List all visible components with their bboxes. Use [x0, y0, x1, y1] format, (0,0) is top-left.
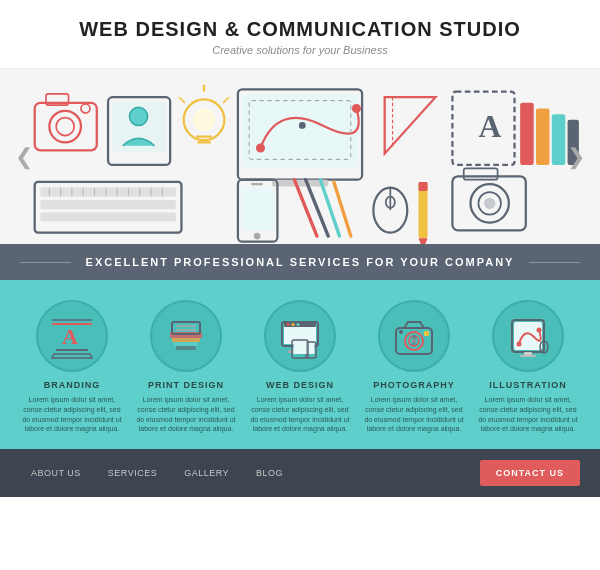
- svg-point-4: [81, 104, 90, 113]
- svg-rect-95: [524, 352, 532, 355]
- branding-icon: A: [48, 312, 96, 360]
- tagline-text: EXCELLENT PROFESSIONAL SERVICES FOR YOUR…: [86, 256, 515, 268]
- svg-point-15: [256, 144, 265, 153]
- svg-point-91: [399, 330, 403, 334]
- svg-rect-36: [40, 212, 175, 221]
- svg-rect-90: [424, 331, 429, 336]
- hero-illustration: A: [0, 69, 600, 244]
- tagline-banner: EXCELLENT PROFESSIONAL SERVICES FOR YOUR…: [0, 244, 600, 280]
- illustration-title: ILLUSTRATION: [489, 380, 566, 390]
- slider-next-button[interactable]: ❯: [557, 134, 595, 180]
- photography-icon: [390, 312, 438, 360]
- page-title: WEB DESIGN & COMMUNICATION STUDIO: [10, 18, 590, 41]
- svg-point-1: [49, 111, 81, 143]
- svg-point-92: [412, 335, 417, 340]
- svg-rect-96: [520, 355, 536, 357]
- illustration-icon: [504, 312, 552, 360]
- svg-rect-24: [520, 103, 534, 165]
- svg-rect-85: [294, 342, 307, 354]
- svg-text:A: A: [478, 109, 501, 144]
- branding-icon-circle: A: [36, 300, 108, 372]
- print-design-desc: Lorem ipsum dolor sit amet, conse ctetur…: [136, 395, 236, 434]
- tagline-line-left: [20, 262, 71, 263]
- print-design-title: PRINT DESIGN: [148, 380, 224, 390]
- page-header: WEB DESIGN & COMMUNICATION STUDIO Creati…: [0, 0, 600, 69]
- print-design-icon-circle: [150, 300, 222, 372]
- svg-marker-64: [52, 354, 92, 358]
- contact-us-button[interactable]: CONTACT US: [480, 460, 580, 486]
- svg-point-97: [517, 342, 522, 347]
- svg-marker-60: [419, 238, 428, 244]
- slider-prev-button[interactable]: ❮: [5, 134, 43, 180]
- services-section: A BRANDING Lorem ipsum dolor sit amet, c…: [0, 280, 600, 449]
- service-web-design: WEB DESIGN Lorem ipsum dolor sit amet, c…: [250, 300, 350, 434]
- svg-point-9: [193, 109, 216, 132]
- service-illustration: ILLUSTRATION Lorem ipsum dolor sit amet,…: [478, 300, 578, 434]
- hero-slider: ❮ A: [0, 69, 600, 244]
- svg-point-50: [254, 233, 261, 240]
- branding-title: BRANDING: [44, 380, 101, 390]
- svg-rect-68: [172, 338, 200, 342]
- svg-rect-35: [40, 200, 175, 209]
- svg-point-17: [299, 122, 306, 129]
- svg-line-12: [223, 97, 229, 103]
- svg-rect-25: [536, 109, 550, 165]
- svg-point-98: [537, 328, 542, 333]
- page-subtitle: Creative solutions for your Business: [10, 44, 590, 56]
- svg-text:A: A: [62, 324, 78, 349]
- print-design-icon: [162, 312, 210, 360]
- service-photography: PHOTOGRAPHY Lorem ipsum dolor sit amet, …: [364, 300, 464, 434]
- tagline-line-right: [529, 262, 580, 263]
- svg-point-31: [484, 198, 495, 209]
- svg-point-78: [292, 323, 295, 326]
- svg-line-11: [179, 97, 185, 103]
- photography-title: PHOTOGRAPHY: [373, 380, 454, 390]
- service-print-design: PRINT DESIGN Lorem ipsum dolor sit amet,…: [136, 300, 236, 434]
- svg-line-52: [294, 180, 317, 236]
- branding-desc: Lorem ipsum dolor sit amet, conse ctetur…: [22, 395, 122, 434]
- footer-nav-about[interactable]: ABOUT US: [20, 461, 92, 485]
- service-branding: A BRANDING Lorem ipsum dolor sit amet, c…: [22, 300, 122, 434]
- svg-rect-70: [176, 346, 196, 350]
- footer: ABOUT US SERVICES GALLERY BLOG CONTACT U…: [0, 449, 600, 497]
- web-design-icon: [276, 312, 324, 360]
- illustration-icon-circle: [492, 300, 564, 372]
- web-design-desc: Lorem ipsum dolor sit amet, conse ctetur…: [250, 395, 350, 434]
- svg-rect-32: [464, 168, 498, 179]
- footer-navigation: ABOUT US SERVICES GALLERY BLOG: [20, 461, 480, 485]
- svg-rect-49: [241, 188, 274, 231]
- svg-point-16: [352, 104, 361, 113]
- photography-desc: Lorem ipsum dolor sit amet, conse ctetur…: [364, 395, 464, 434]
- svg-rect-69: [174, 342, 198, 346]
- photography-icon-circle: [378, 300, 450, 372]
- svg-point-79: [297, 323, 300, 326]
- footer-nav-blog[interactable]: BLOG: [245, 461, 294, 485]
- web-design-title: WEB DESIGN: [266, 380, 334, 390]
- svg-point-89: [412, 339, 416, 343]
- svg-point-2: [56, 118, 74, 136]
- svg-rect-14: [242, 94, 357, 167]
- footer-nav-services[interactable]: SERVICES: [97, 461, 168, 485]
- web-design-icon-circle: [264, 300, 336, 372]
- svg-point-7: [130, 107, 148, 125]
- svg-point-77: [287, 323, 290, 326]
- illustration-desc: Lorem ipsum dolor sit amet, conse ctetur…: [478, 395, 578, 434]
- svg-rect-61: [419, 182, 428, 191]
- footer-nav-gallery[interactable]: GALLERY: [173, 461, 240, 485]
